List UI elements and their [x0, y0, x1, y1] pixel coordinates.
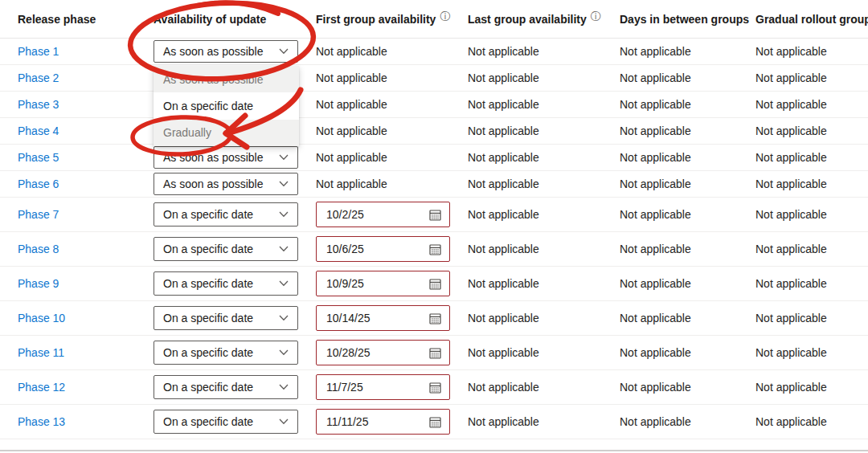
phase-link[interactable]: Phase 6	[18, 178, 59, 190]
table-row: Phase 4 Not applicable Not applicable No…	[0, 118, 868, 145]
availability-select[interactable]: On a specific date	[154, 237, 298, 261]
phase-link[interactable]: Phase 3	[18, 98, 59, 111]
date-value: 11/7/25	[326, 381, 363, 394]
calendar-icon[interactable]	[428, 346, 442, 360]
last-group-availability-value: Not applicable	[468, 178, 620, 190]
days-in-between-groups-value: Not applicable	[620, 277, 755, 290]
availability-select[interactable]: On a specific date	[154, 410, 298, 434]
phase-link[interactable]: Phase 2	[18, 71, 59, 84]
table-row: Phase 3 Not applicable Not applicable No…	[0, 92, 868, 118]
availability-select-value: On a specific date	[163, 346, 253, 359]
dropdown-option-on-a-specific-date[interactable]: On a specific date	[154, 92, 299, 119]
phase-link[interactable]: Phase 10	[18, 312, 65, 324]
date-picker-input[interactable]: 10/14/25	[316, 305, 450, 331]
days-in-between-groups-value: Not applicable	[620, 243, 755, 255]
availability-select[interactable]: On a specific date	[154, 341, 298, 365]
calendar-icon[interactable]	[428, 243, 442, 256]
last-group-availability-value: Not applicable	[468, 124, 620, 137]
date-picker-input[interactable]: 11/7/25	[316, 374, 450, 400]
gradual-rollout-groups-value: Not applicable	[755, 151, 868, 164]
gradual-rollout-groups-value: Not applicable	[755, 346, 868, 359]
table-row: Phase 7 On a specific date 10/2/25 Not a…	[0, 198, 868, 232]
availability-select[interactable]: On a specific date	[154, 202, 298, 226]
phase-link[interactable]: Phase 11	[18, 346, 64, 359]
column-header-label: Days in between groups	[620, 13, 749, 26]
table-row: Phase 11 On a specific date 10/28/25 Not…	[0, 336, 868, 370]
first-group-availability-value: Not applicable	[316, 71, 468, 84]
availability-select[interactable]: As soon as possible	[154, 173, 298, 195]
date-value: 10/2/25	[326, 208, 364, 221]
first-group-availability-value: Not applicable	[316, 45, 468, 58]
calendar-icon[interactable]	[428, 415, 442, 429]
availability-select[interactable]: As soon as possible	[154, 146, 298, 169]
chevron-down-icon	[279, 246, 289, 252]
phase-link[interactable]: Phase 12	[18, 381, 65, 394]
availability-select-value: On a specific date	[163, 243, 253, 255]
column-header-label: Gradual rollout groups	[755, 13, 868, 26]
phase-link[interactable]: Phase 5	[18, 151, 59, 164]
first-group-availability-value: Not applicable	[316, 124, 468, 137]
chevron-down-icon	[279, 418, 289, 425]
last-group-availability-value: Not applicable	[468, 277, 620, 290]
availability-select-value: On a specific date	[163, 415, 253, 428]
gradual-rollout-groups-value: Not applicable	[755, 208, 868, 221]
last-group-availability-value: Not applicable	[468, 151, 620, 164]
info-icon[interactable]: ⓘ	[591, 11, 601, 22]
date-value: 10/14/25	[326, 312, 371, 324]
first-group-availability-value: Not applicable	[316, 98, 468, 111]
calendar-icon[interactable]	[428, 208, 442, 222]
phase-link[interactable]: Phase 13	[18, 415, 65, 428]
availability-select[interactable]: On a specific date	[154, 306, 298, 330]
table-row: Phase 10 On a specific date 10/14/25 Not…	[0, 301, 868, 336]
date-picker-input[interactable]: 10/2/25	[316, 202, 450, 227]
table-row: Phase 6 As soon as possible Not applicab…	[0, 171, 868, 198]
availability-select-value: On a specific date	[163, 208, 253, 221]
availability-dropdown-menu: As soon as possible On a specific date G…	[154, 66, 299, 146]
date-value: 10/9/25	[326, 277, 364, 290]
calendar-icon[interactable]	[428, 312, 442, 325]
availability-select[interactable]: On a specific date	[154, 271, 298, 296]
days-in-between-groups-value: Not applicable	[620, 178, 755, 190]
date-picker-input[interactable]: 10/6/25	[316, 236, 450, 262]
dropdown-option-as-soon-as-possible[interactable]: As soon as possible	[154, 66, 299, 92]
date-value: 11/11/25	[326, 415, 368, 428]
gradual-rollout-groups-value: Not applicable	[755, 124, 868, 137]
calendar-icon[interactable]	[428, 381, 442, 394]
date-picker-input[interactable]: 11/11/25	[316, 409, 450, 435]
phase-link[interactable]: Phase 4	[18, 124, 59, 137]
last-group-availability-value: Not applicable	[468, 98, 620, 111]
last-group-availability-value: Not applicable	[468, 71, 620, 84]
release-phases-table-page: Release phase Availability of update Fir…	[0, 0, 868, 453]
gradual-rollout-groups-value: Not applicable	[755, 312, 868, 324]
phase-link[interactable]: Phase 9	[18, 277, 59, 290]
gradual-rollout-groups-value: Not applicable	[755, 178, 868, 190]
availability-select[interactable]: On a specific date	[154, 375, 298, 399]
phase-link[interactable]: Phase 8	[18, 243, 59, 255]
column-header-label: Availability of update	[154, 13, 266, 26]
last-group-availability-value: Not applicable	[468, 243, 620, 255]
last-group-availability-value: Not applicable	[468, 346, 620, 359]
availability-select-value: As soon as possible	[163, 178, 264, 190]
calendar-icon[interactable]	[428, 277, 442, 291]
column-header-days-between: Days in between groups	[620, 13, 755, 26]
date-picker-input[interactable]: 10/9/25	[316, 271, 450, 296]
days-in-between-groups-value: Not applicable	[620, 124, 755, 137]
phase-link[interactable]: Phase 1	[18, 45, 59, 58]
date-value: 10/6/25	[326, 243, 364, 255]
chevron-down-icon	[279, 181, 289, 187]
table-body: Phase 1 As soon as possible Not applicab…	[0, 39, 868, 439]
date-picker-input[interactable]: 10/28/25	[316, 340, 450, 365]
last-group-availability-value: Not applicable	[468, 45, 620, 58]
gradual-rollout-groups-value: Not applicable	[755, 243, 868, 255]
availability-select[interactable]: As soon as possible	[154, 40, 298, 63]
dropdown-option-gradually[interactable]: Gradually	[154, 120, 299, 146]
column-header-gradual-rollout: Gradual rollout groups	[755, 13, 868, 26]
phase-link[interactable]: Phase 7	[18, 208, 59, 221]
days-in-between-groups-value: Not applicable	[620, 312, 755, 324]
gradual-rollout-groups-value: Not applicable	[755, 98, 868, 111]
info-icon[interactable]: ⓘ	[440, 11, 450, 22]
days-in-between-groups-value: Not applicable	[620, 71, 755, 84]
column-header-label: Release phase	[18, 13, 96, 26]
availability-select-value: As soon as possible	[163, 45, 264, 58]
days-in-between-groups-value: Not applicable	[620, 415, 755, 428]
